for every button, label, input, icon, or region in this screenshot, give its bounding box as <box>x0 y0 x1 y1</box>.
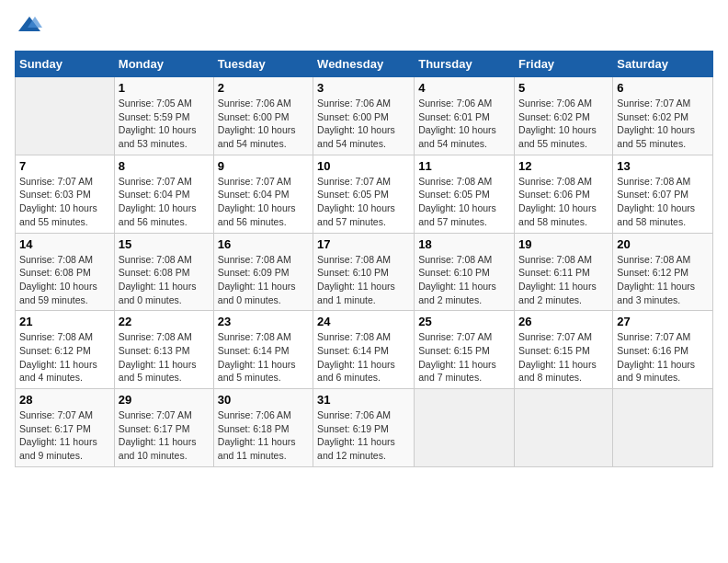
calendar-table: SundayMondayTuesdayWednesdayThursdayFrid… <box>15 51 713 467</box>
day-info: Sunrise: 7:06 AMSunset: 6:19 PMDaylight:… <box>317 409 395 461</box>
logo <box>15 15 42 40</box>
day-number: 20 <box>617 237 709 251</box>
day-number: 26 <box>518 315 609 328</box>
calendar-cell: 25Sunrise: 7:07 AMSunset: 6:15 PMDayligh… <box>415 311 515 389</box>
calendar-cell: 4Sunrise: 7:06 AMSunset: 6:01 PMDaylight… <box>415 77 515 155</box>
calendar-cell: 30Sunrise: 7:06 AMSunset: 6:18 PMDayligh… <box>213 389 313 467</box>
day-info: Sunrise: 7:08 AMSunset: 6:05 PMDaylight:… <box>418 176 496 227</box>
day-number: 30 <box>218 393 309 407</box>
day-info: Sunrise: 7:07 AMSunset: 6:16 PMDaylight:… <box>617 331 695 383</box>
calendar-cell: 19Sunrise: 7:08 AMSunset: 6:11 PMDayligh… <box>515 233 613 311</box>
day-info: Sunrise: 7:06 AMSunset: 6:00 PMDaylight:… <box>218 98 296 149</box>
calendar-cell: 21Sunrise: 7:08 AMSunset: 6:12 PMDayligh… <box>16 311 115 389</box>
calendar-cell: 10Sunrise: 7:07 AMSunset: 6:05 PMDayligh… <box>313 155 415 233</box>
day-number: 17 <box>317 237 410 251</box>
day-number: 27 <box>617 315 709 328</box>
calendar-cell: 24Sunrise: 7:08 AMSunset: 6:14 PMDayligh… <box>313 311 415 389</box>
calendar-cell <box>515 389 613 467</box>
calendar-week-row: 1Sunrise: 7:05 AMSunset: 5:59 PMDaylight… <box>16 77 713 155</box>
calendar-cell: 22Sunrise: 7:08 AMSunset: 6:13 PMDayligh… <box>114 311 213 389</box>
header-saturday: Saturday <box>613 52 713 77</box>
calendar-cell: 23Sunrise: 7:08 AMSunset: 6:14 PMDayligh… <box>213 311 313 389</box>
calendar-cell: 29Sunrise: 7:07 AMSunset: 6:17 PMDayligh… <box>114 389 213 467</box>
day-info: Sunrise: 7:07 AMSunset: 6:04 PMDaylight:… <box>218 176 296 227</box>
calendar-cell: 7Sunrise: 7:07 AMSunset: 6:03 PMDaylight… <box>16 155 115 233</box>
day-number: 9 <box>218 159 309 173</box>
day-number: 15 <box>119 237 210 251</box>
day-info: Sunrise: 7:07 AMSunset: 6:05 PMDaylight:… <box>317 176 395 227</box>
day-info: Sunrise: 7:08 AMSunset: 6:14 PMDaylight:… <box>317 331 395 383</box>
calendar-cell: 20Sunrise: 7:08 AMSunset: 6:12 PMDayligh… <box>613 233 713 311</box>
day-info: Sunrise: 7:08 AMSunset: 6:12 PMDaylight:… <box>617 254 695 305</box>
day-info: Sunrise: 7:05 AMSunset: 5:59 PMDaylight:… <box>119 98 197 149</box>
header-wednesday: Wednesday <box>313 52 415 77</box>
day-info: Sunrise: 7:07 AMSunset: 6:15 PMDaylight:… <box>518 331 597 383</box>
calendar-cell: 18Sunrise: 7:08 AMSunset: 6:10 PMDayligh… <box>415 233 515 311</box>
logo-icon <box>17 15 42 35</box>
day-info: Sunrise: 7:07 AMSunset: 6:15 PMDaylight:… <box>418 331 496 383</box>
calendar-cell: 1Sunrise: 7:05 AMSunset: 5:59 PMDaylight… <box>114 77 213 155</box>
header-monday: Monday <box>114 52 213 77</box>
day-number: 16 <box>218 237 309 251</box>
day-number: 10 <box>317 159 410 173</box>
calendar-cell <box>613 389 713 467</box>
day-info: Sunrise: 7:08 AMSunset: 6:13 PMDaylight:… <box>119 331 197 383</box>
day-number: 11 <box>418 159 510 173</box>
calendar-cell: 14Sunrise: 7:08 AMSunset: 6:08 PMDayligh… <box>16 233 115 311</box>
calendar-cell: 11Sunrise: 7:08 AMSunset: 6:05 PMDayligh… <box>415 155 515 233</box>
day-info: Sunrise: 7:08 AMSunset: 6:06 PMDaylight:… <box>518 176 597 227</box>
day-info: Sunrise: 7:08 AMSunset: 6:12 PMDaylight:… <box>19 331 97 383</box>
calendar-cell: 31Sunrise: 7:06 AMSunset: 6:19 PMDayligh… <box>313 389 415 467</box>
day-info: Sunrise: 7:07 AMSunset: 6:17 PMDaylight:… <box>19 409 97 461</box>
day-number: 2 <box>218 81 309 95</box>
day-info: Sunrise: 7:07 AMSunset: 6:17 PMDaylight:… <box>119 409 197 461</box>
day-number: 22 <box>119 315 210 328</box>
day-info: Sunrise: 7:08 AMSunset: 6:07 PMDaylight:… <box>617 176 695 227</box>
day-info: Sunrise: 7:08 AMSunset: 6:10 PMDaylight:… <box>317 254 395 305</box>
day-info: Sunrise: 7:08 AMSunset: 6:08 PMDaylight:… <box>119 254 197 305</box>
calendar-week-row: 7Sunrise: 7:07 AMSunset: 6:03 PMDaylight… <box>16 155 713 233</box>
day-number: 25 <box>418 315 510 328</box>
calendar-cell: 8Sunrise: 7:07 AMSunset: 6:04 PMDaylight… <box>114 155 213 233</box>
calendar-week-row: 21Sunrise: 7:08 AMSunset: 6:12 PMDayligh… <box>16 311 713 389</box>
day-number: 1 <box>119 81 210 95</box>
day-number: 24 <box>317 315 410 328</box>
calendar-cell <box>415 389 515 467</box>
header-thursday: Thursday <box>415 52 515 77</box>
calendar-cell: 15Sunrise: 7:08 AMSunset: 6:08 PMDayligh… <box>114 233 213 311</box>
day-number: 5 <box>518 81 609 95</box>
page-header <box>15 15 713 40</box>
day-info: Sunrise: 7:07 AMSunset: 6:04 PMDaylight:… <box>119 176 197 227</box>
calendar-cell: 2Sunrise: 7:06 AMSunset: 6:00 PMDaylight… <box>213 77 313 155</box>
calendar-cell <box>16 77 115 155</box>
day-number: 8 <box>119 159 210 173</box>
calendar-cell: 3Sunrise: 7:06 AMSunset: 6:00 PMDaylight… <box>313 77 415 155</box>
calendar-cell: 17Sunrise: 7:08 AMSunset: 6:10 PMDayligh… <box>313 233 415 311</box>
day-info: Sunrise: 7:08 AMSunset: 6:09 PMDaylight:… <box>218 254 296 305</box>
day-number: 23 <box>218 315 309 328</box>
day-number: 29 <box>119 393 210 407</box>
logo-text <box>15 15 42 40</box>
day-info: Sunrise: 7:06 AMSunset: 6:01 PMDaylight:… <box>418 98 496 149</box>
calendar-header-row: SundayMondayTuesdayWednesdayThursdayFrid… <box>16 52 713 77</box>
header-tuesday: Tuesday <box>213 52 313 77</box>
calendar-cell: 5Sunrise: 7:06 AMSunset: 6:02 PMDaylight… <box>515 77 613 155</box>
day-info: Sunrise: 7:07 AMSunset: 6:03 PMDaylight:… <box>19 176 97 227</box>
header-friday: Friday <box>515 52 613 77</box>
calendar-cell: 12Sunrise: 7:08 AMSunset: 6:06 PMDayligh… <box>515 155 613 233</box>
calendar-week-row: 14Sunrise: 7:08 AMSunset: 6:08 PMDayligh… <box>16 233 713 311</box>
header-sunday: Sunday <box>16 52 115 77</box>
day-info: Sunrise: 7:08 AMSunset: 6:11 PMDaylight:… <box>518 254 597 305</box>
day-number: 31 <box>317 393 410 407</box>
day-number: 28 <box>19 393 110 407</box>
day-info: Sunrise: 7:06 AMSunset: 6:18 PMDaylight:… <box>218 409 296 461</box>
day-number: 18 <box>418 237 510 251</box>
calendar-cell: 13Sunrise: 7:08 AMSunset: 6:07 PMDayligh… <box>613 155 713 233</box>
day-info: Sunrise: 7:08 AMSunset: 6:14 PMDaylight:… <box>218 331 296 383</box>
calendar-cell: 16Sunrise: 7:08 AMSunset: 6:09 PMDayligh… <box>213 233 313 311</box>
day-number: 7 <box>19 159 110 173</box>
calendar-week-row: 28Sunrise: 7:07 AMSunset: 6:17 PMDayligh… <box>16 389 713 467</box>
day-number: 19 <box>518 237 609 251</box>
day-number: 13 <box>617 159 709 173</box>
day-number: 4 <box>418 81 510 95</box>
